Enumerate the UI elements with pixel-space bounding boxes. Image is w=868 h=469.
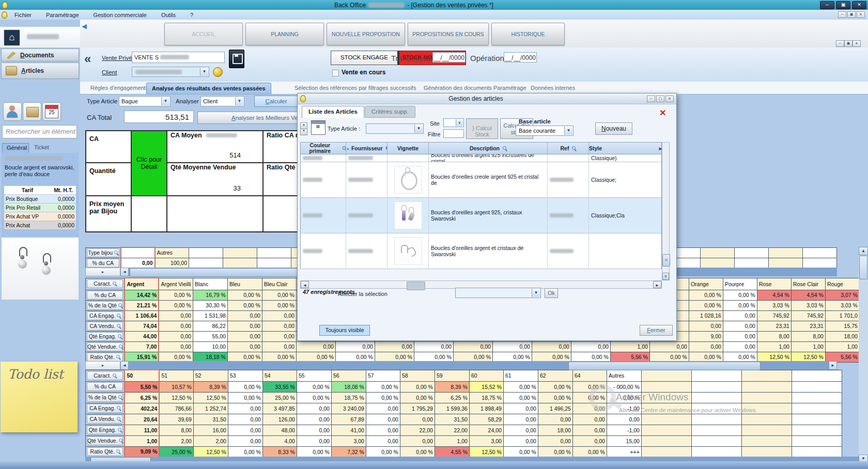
articles-icon-button[interactable] [23,102,41,121]
color-table-cell[interactable]: 0,00 [492,341,532,352]
size-table-cell[interactable]: 1 496,25 [538,403,572,414]
description-cell[interactable]: Boucles d'oreilles argent 925, cristaux … [429,198,548,233]
size-table-cell[interactable]: 22,00 [435,425,469,435]
calculer-button[interactable]: Calculer [254,96,298,107]
size-table-col-header[interactable]: 57 [366,370,400,381]
color-table-cell[interactable]: 0,00 % [414,352,453,362]
color-table-cell[interactable]: 0,00 [262,331,296,341]
size-table-cell[interactable]: 0,00 [503,403,538,414]
size-table-cell[interactable]: 12,50 % [193,446,228,457]
nouveau-button[interactable]: Nouveau [595,122,632,135]
color-table-cell[interactable]: 12,50 % [791,352,825,362]
size-table-cell[interactable]: 12,50 % [469,446,503,457]
filtre-input[interactable] [443,129,464,138]
size-table-cell[interactable]: 0,00 [366,425,400,435]
color-table-cell[interactable]: 14,42 % [125,290,159,300]
color-table-cell[interactable]: 745,92 [757,310,791,321]
size-table-cell[interactable] [691,435,741,446]
type-bijou-table-col-header[interactable] [223,247,257,258]
chevron-down-icon[interactable]: ▼ [564,127,572,135]
chevron-down-icon[interactable]: ▼ [532,289,540,297]
color-table-cell[interactable]: 30,30 % [193,300,227,310]
color-table-row-label[interactable]: CA Vendu. [86,321,125,331]
size-table-cell[interactable]: 25,00 % [262,392,297,403]
size-table-cell[interactable]: 0,00 % [366,392,400,403]
vignette-cell[interactable] [388,198,429,233]
couleur-cell[interactable] [301,198,346,233]
color-table-cell[interactable]: 1 701,0 [825,310,859,321]
size-table-cell[interactable]: 6,25 % [125,392,159,403]
size-table-cell[interactable]: 0,00 % [538,392,572,403]
color-table-cell[interactable]: 3,03 % [757,300,791,310]
col-header-vignette[interactable]: Vignette [388,143,429,154]
size-table-cell[interactable]: 48,00 [262,425,297,435]
ref-cell[interactable] [548,154,589,162]
color-table-cell[interactable]: 3,03 % [825,300,859,310]
size-table-cell[interactable]: 7,32 % [331,446,366,457]
type-bijou-table-col-header[interactable] [701,247,735,258]
fournisseur-cell[interactable] [346,198,388,233]
color-table-cell[interactable]: 21,21 % [125,300,159,310]
chevron-down-icon[interactable]: ∨ [456,119,463,126]
color-table-hscrollbar[interactable]: ▸ ◄ ► [85,361,837,370]
couleur-cell[interactable] [301,233,346,269]
color-table-cell[interactable]: 0,00 % [262,300,296,310]
color-table-cell[interactable]: 12,50 % [757,352,791,362]
size-table-row-label[interactable]: CA Engag. [86,403,125,414]
color-table-cell[interactable]: 10,00 [193,341,227,352]
size-table-col-header[interactable] [792,370,842,381]
color-table-cell[interactable]: 1,00 [610,341,649,352]
article-row[interactable]: Boucles d'oreilles creole argent 925 et … [300,162,662,198]
size-table-cell[interactable] [741,446,792,457]
color-table-cell[interactable]: 0,00 % [723,300,757,310]
size-table-col-header[interactable]: 51 [159,370,193,381]
analyser-combo[interactable]: Client ▼ [200,96,244,106]
ok-button[interactable]: Ok [545,288,558,298]
color-table-col-header[interactable]: Rose Clair [791,278,825,290]
type-bijou-table-col-header[interactable] [189,247,223,258]
size-table-col-header[interactable] [741,370,792,381]
size-table-cell[interactable] [792,425,842,435]
color-table-cell[interactable]: 0,00 [227,331,262,341]
ref-cell[interactable] [548,198,589,233]
size-table-cell[interactable]: 3 497,85 [262,403,297,414]
summary-row-label[interactable]: Prix moyen par Bijou [86,196,131,232]
size-table-cell[interactable] [792,381,842,392]
size-table-cell[interactable]: 0,00 % [297,381,331,392]
color-table-cell[interactable]: 15,91 % [125,352,159,362]
color-table-cell[interactable]: 0,00 [227,321,262,331]
size-table-col-header[interactable]: 55 [297,370,331,381]
size-table-row-label[interactable]: CA Vendu. [86,414,125,425]
tab-analyse-resultats[interactable]: Analyse des résultats des ventes passées [146,83,271,94]
couleur-cell[interactable] [301,154,346,162]
size-table-cell[interactable] [641,381,691,392]
size-table-cell[interactable]: 4,55 % [435,446,469,457]
dialog-minimize-button[interactable]: ─ [647,96,655,102]
description-cell[interactable]: Boucles d'oreilles creole argent 925 et … [429,162,548,197]
tab-regles-engagements[interactable]: Règles d'engagements [85,83,153,94]
size-table-cell[interactable]: 8,33 % [262,446,297,457]
color-table-cell[interactable]: 1 028,16 [689,310,723,321]
size-table-cell[interactable] [691,381,741,392]
mdi-close-button[interactable]: ✕ [857,11,865,18]
sidebar-articles-button[interactable]: Articles [1,62,79,79]
color-table-cell[interactable]: 1 106,64 [125,310,159,321]
color-table-cell[interactable]: 0,00 % [689,352,723,362]
chevron-down-icon[interactable]: ▼ [414,124,423,133]
size-table-row-label[interactable]: % du CA [86,381,125,392]
dialog-titlebar[interactable]: Gestion des articles ─ ▢ ✕ [298,93,676,104]
search-input[interactable]: Rechercher un élément [2,125,77,138]
article-row[interactable]: Boucles d'oreilles argent 925, cristaux … [300,198,662,233]
size-table-cell[interactable]: 0,00 % [503,446,538,457]
dialog-type-article-combo[interactable]: ▼ [366,123,424,134]
stock-engage-button[interactable]: STOCK ENGAGE [331,51,399,65]
size-table-col-header[interactable]: 59 [435,370,469,381]
color-table-cell[interactable]: 0,00 [227,341,262,352]
menu-aide[interactable]: ? [183,12,200,18]
color-table-cell[interactable]: 4,54 % [757,290,791,300]
color-table-col-header[interactable]: Pourpre [723,278,757,290]
color-table-cell[interactable]: 0,00 % [159,352,193,362]
color-table-cell[interactable]: 0,00 [159,341,193,352]
color-table-cell[interactable]: 4,54 % [791,290,825,300]
size-table-cell[interactable] [641,446,691,457]
